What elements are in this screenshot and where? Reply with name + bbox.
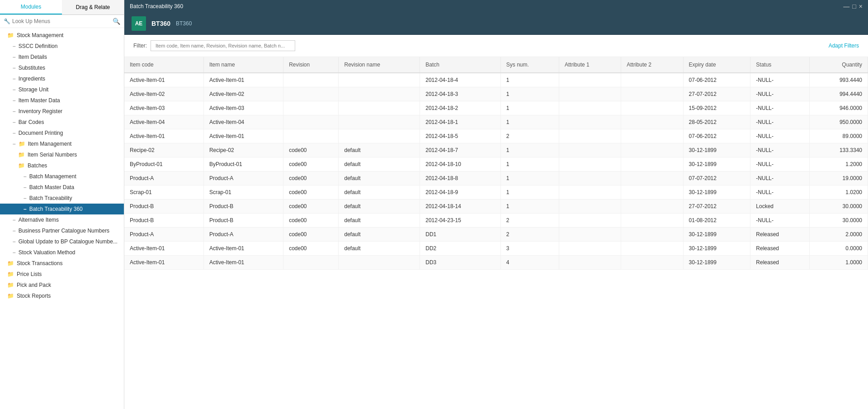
- cell-item-name: Active-Item-04: [203, 115, 283, 129]
- cell-quantity: 0.0000: [809, 242, 868, 256]
- cell-item-name: ByProduct-01: [203, 157, 283, 171]
- cell-status: -NULL-: [750, 87, 809, 101]
- sidebar-item-global-update-bp[interactable]: – Global Update to BP Catalogue Numbe...: [0, 236, 124, 247]
- dash-icon: –: [13, 130, 16, 136]
- cell-revision: [283, 87, 339, 101]
- table-row[interactable]: Scrap-01 Scrap-01 code00 default 2012-04…: [124, 185, 868, 200]
- col-item-code: Item code: [124, 57, 203, 73]
- cell-item-name: Active-Item-01: [203, 129, 283, 143]
- cell-item-code: Active-Item-01: [124, 73, 203, 87]
- sidebar-item-batch-master-data[interactable]: – Batch Master Data: [0, 182, 124, 193]
- cell-attribute1: [559, 256, 621, 270]
- sidebar-item-item-master-data[interactable]: – Item Master Data: [0, 95, 124, 106]
- sidebar-item-ingredients[interactable]: – Ingredients: [0, 73, 124, 84]
- sidebar-item-batches[interactable]: 📁 Batches: [0, 160, 124, 171]
- cell-revision: code00: [283, 214, 339, 228]
- cell-quantity: 994.4440: [809, 87, 868, 101]
- batch-table: Item code Item name Revision Revision na…: [124, 57, 868, 270]
- cell-attribute2: [621, 214, 683, 228]
- main-content: Batch Traceability 360 — □ × AE BT360 BT…: [124, 0, 868, 409]
- cell-item-code: Active-Item-02: [124, 87, 203, 101]
- folder-icon: 📁: [19, 141, 25, 147]
- table-row[interactable]: Product-B Product-B code00 default 2012-…: [124, 200, 868, 214]
- sidebar-item-item-details[interactable]: – Item Details: [0, 52, 124, 62]
- table-row[interactable]: Active-Item-02 Active-Item-02 2012-04-18…: [124, 87, 868, 101]
- sidebar-item-substitutes[interactable]: – Substitutes: [0, 62, 124, 73]
- table-row[interactable]: Active-Item-01 Active-Item-01 DD3 4 30-1…: [124, 256, 868, 270]
- sidebar-item-item-management[interactable]: – 📁 Item Management: [0, 138, 124, 149]
- search-icon[interactable]: 🔍: [113, 18, 120, 25]
- sidebar-item-document-printing[interactable]: – Document Printing: [0, 128, 124, 138]
- cell-batch: 2012-04-18-3: [420, 87, 501, 101]
- cell-status: -NULL-: [750, 171, 809, 185]
- table-row[interactable]: Product-B Product-B code00 default 2012-…: [124, 214, 868, 228]
- sidebar-item-storage-unit[interactable]: – Storage Unit: [0, 84, 124, 95]
- cell-attribute1: [559, 242, 621, 256]
- table-row[interactable]: ByProduct-01 ByProduct-01 code00 default…: [124, 157, 868, 171]
- table-row[interactable]: Recipe-02 Recipe-02 code00 default 2012-…: [124, 143, 868, 157]
- cell-revision-name: default: [339, 143, 420, 157]
- cell-attribute1: [559, 129, 621, 143]
- sidebar-item-stock-transactions[interactable]: 📁 Stock Transactions: [0, 258, 124, 269]
- sidebar-item-price-lists[interactable]: 📁 Price Lists: [0, 269, 124, 280]
- cell-expiry-date: 07-06-2012: [683, 129, 750, 143]
- app-name: BT360: [151, 20, 170, 27]
- minimize-button[interactable]: —: [843, 3, 849, 10]
- cell-item-name: Active-Item-01: [203, 242, 283, 256]
- search-input[interactable]: [12, 18, 113, 24]
- table-row[interactable]: Active-Item-04 Active-Item-04 2012-04-18…: [124, 115, 868, 129]
- sidebar-item-batch-traceability-360[interactable]: – Batch Traceability 360: [0, 204, 124, 214]
- table-row[interactable]: Product-A Product-A code00 default 2012-…: [124, 171, 868, 185]
- sidebar-item-alternative-items[interactable]: – Alternative Items: [0, 214, 124, 225]
- sidebar-item-inventory-register[interactable]: – Inventory Register: [0, 106, 124, 117]
- cell-status: -NULL-: [750, 157, 809, 171]
- table-row[interactable]: Active-Item-01 Active-Item-01 code00 def…: [124, 242, 868, 256]
- sidebar-item-bar-codes[interactable]: – Bar Codes: [0, 117, 124, 128]
- adapt-filters-link[interactable]: Adapt Filters: [829, 43, 859, 49]
- table-row[interactable]: Product-A Product-A code00 default DD1 2…: [124, 228, 868, 242]
- close-button[interactable]: ×: [859, 3, 863, 10]
- sidebar-item-item-serial-numbers[interactable]: 📁 Item Serial Numbers: [0, 149, 124, 160]
- dash-icon: –: [24, 173, 27, 180]
- cell-expiry-date: 28-05-2012: [683, 115, 750, 129]
- cell-batch: DD1: [420, 228, 501, 242]
- cell-sys-num: 1: [500, 101, 559, 115]
- sidebar-item-batch-traceability[interactable]: – Batch Traceability: [0, 193, 124, 204]
- cell-quantity: 946.0000: [809, 101, 868, 115]
- tab-modules[interactable]: Modules: [0, 0, 62, 14]
- table-row[interactable]: Active-Item-01 Active-Item-01 2012-04-18…: [124, 73, 868, 87]
- sidebar-item-batch-management[interactable]: – Batch Management: [0, 171, 124, 182]
- filter-input[interactable]: [151, 40, 295, 51]
- cell-sys-num: 2: [500, 129, 559, 143]
- cell-quantity: 993.4440: [809, 73, 868, 87]
- window-controls: — □ ×: [843, 3, 863, 10]
- app-logo: AE: [132, 16, 146, 31]
- sidebar-item-sscc-definition[interactable]: – SSCC Definition: [0, 41, 124, 52]
- maximize-button[interactable]: □: [852, 3, 856, 10]
- tab-drag-relate[interactable]: Drag & Relate: [62, 0, 124, 14]
- sidebar-item-stock-valuation-method[interactable]: – Stock Valuation Method: [0, 247, 124, 258]
- cell-expiry-date: 07-07-2012: [683, 171, 750, 185]
- table-row[interactable]: Active-Item-01 Active-Item-01 2012-04-18…: [124, 129, 868, 143]
- cell-item-code: Product-A: [124, 171, 203, 185]
- dash-icon: –: [13, 65, 16, 71]
- dash-icon: –: [13, 86, 16, 93]
- cell-expiry-date: 30-12-1899: [683, 256, 750, 270]
- sidebar-item-stock-reports[interactable]: 📁 Stock Reports: [0, 290, 124, 301]
- cell-sys-num: 2: [500, 214, 559, 228]
- cell-batch: 2012-04-18-1: [420, 115, 501, 129]
- cell-batch: 2012-04-18-2: [420, 101, 501, 115]
- cell-quantity: 133.3340: [809, 143, 868, 157]
- cell-revision: code00: [283, 157, 339, 171]
- cell-item-code: Product-B: [124, 200, 203, 214]
- cell-item-code: Active-Item-03: [124, 101, 203, 115]
- sidebar-item-pick-and-pack[interactable]: 📁 Pick and Pack: [0, 280, 124, 290]
- col-quantity: Quantity: [809, 57, 868, 73]
- cell-expiry-date: 30-12-1899: [683, 143, 750, 157]
- table-row[interactable]: Active-Item-03 Active-Item-03 2012-04-18…: [124, 101, 868, 115]
- cell-revision-name: default: [339, 171, 420, 185]
- cell-item-code: Product-B: [124, 214, 203, 228]
- sidebar-item-bp-catalogue[interactable]: – Business Partner Catalogue Numbers: [0, 225, 124, 236]
- cell-sys-num: 1: [500, 73, 559, 87]
- cell-batch: 2012-04-18-7: [420, 143, 501, 157]
